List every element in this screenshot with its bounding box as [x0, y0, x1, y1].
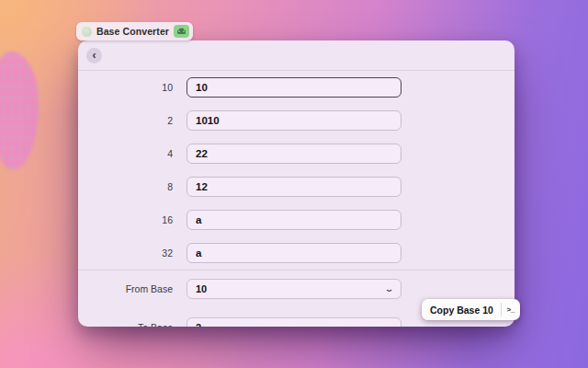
copy-base10-label: Copy Base 10 [422, 299, 501, 320]
base-row-8: 8 [78, 170, 514, 203]
base-label-2: 2 [78, 115, 173, 126]
base-label-8: 8 [78, 181, 173, 192]
base-label-10: 10 [78, 82, 173, 93]
base-row-4: 4 [78, 137, 514, 170]
base-row-2: 2 [78, 104, 514, 137]
app-tab-title: Base Converter [96, 26, 169, 37]
window-header: ‹ [78, 40, 514, 71]
to-base-select[interactable]: 2 ⌄ [187, 317, 401, 327]
to-base-value: 2 [196, 322, 201, 327]
app-tab-base-converter[interactable]: Base Converter [76, 22, 193, 40]
from-base-row: From Base 10 ⌄ [78, 279, 514, 299]
base-rows: 10 2 4 8 16 32 [78, 71, 514, 270]
base-row-16: 16 [78, 203, 514, 236]
base-label-16: 16 [78, 214, 173, 225]
base-input-10[interactable] [187, 77, 401, 98]
base-input-32[interactable] [187, 243, 401, 263]
from-base-select[interactable]: 10 ⌄ [187, 279, 401, 299]
base-converter-window: ‹ 10 2 4 8 16 32 From Base [78, 40, 514, 327]
wallpaper-blob-decoration [0, 52, 39, 169]
terminal-shortcut-icon: >_ [502, 299, 520, 320]
back-button[interactable]: ‹ [86, 48, 102, 63]
from-base-label: From Base [78, 283, 173, 294]
base-input-8[interactable] [187, 177, 401, 197]
base-label-4: 4 [78, 148, 173, 159]
to-base-label: To Base [78, 322, 173, 327]
base-input-4[interactable] [187, 144, 401, 164]
from-base-value: 10 [196, 283, 207, 294]
base-row-10: 10 [78, 71, 514, 104]
base-label-32: 32 [78, 247, 173, 259]
base-row-32: 32 [78, 236, 514, 270]
chevron-down-icon: ⌄ [385, 324, 395, 328]
back-chevron-icon: ‹ [93, 50, 96, 61]
base-input-16[interactable] [187, 210, 401, 230]
chevron-down-icon: ⌄ [385, 285, 395, 293]
base-input-2[interactable] [187, 110, 401, 131]
copy-base10-button[interactable]: Copy Base 10 >_ [422, 299, 520, 320]
green-app-badge-icon [174, 25, 189, 38]
app-icon [82, 27, 92, 37]
